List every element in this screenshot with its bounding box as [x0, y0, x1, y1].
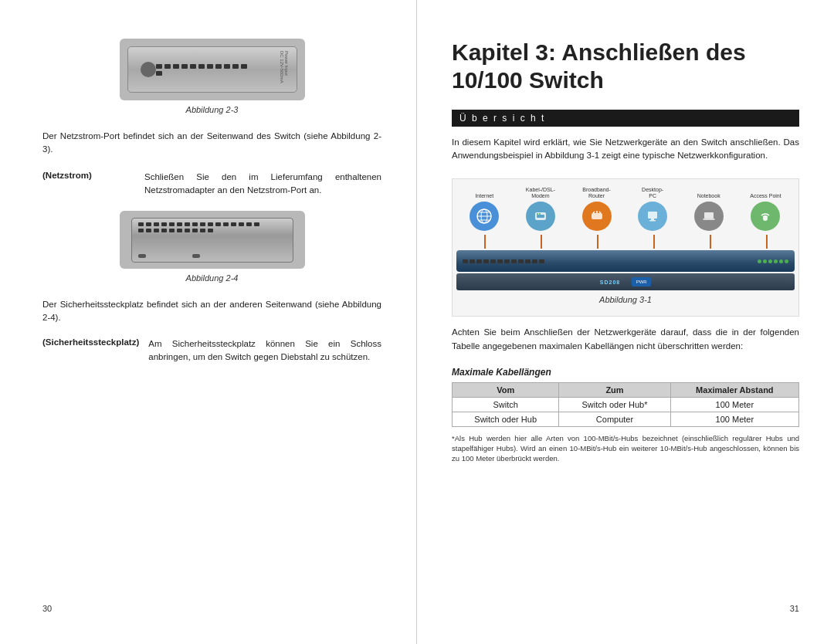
def-desc-netzstrom: Schließen Sie den im Lieferumfang enthal…: [144, 171, 381, 198]
svg-rect-15: [649, 220, 656, 222]
svg-point-8: [539, 213, 541, 215]
col-header-abstand: Maximaler Abstand: [670, 382, 798, 397]
modem-icon: [526, 202, 555, 231]
page-number-right: 31: [452, 604, 799, 613]
svg-rect-13: [648, 212, 657, 219]
svg-rect-9: [592, 213, 602, 219]
diagram-devices-row: Internet Kabel-/DSL-Modem Broadband-Rout…: [456, 187, 795, 232]
row2-vom: Switch oder Hub: [453, 412, 559, 426]
connector-lines: [456, 235, 795, 249]
switch-diagram-top: [456, 250, 795, 272]
device-pc: Desktop-PC: [638, 187, 667, 232]
table-row-2: Switch oder Hub Computer 100 Meter: [453, 412, 799, 426]
connector-3: [597, 235, 598, 249]
def-row-sicherheit: (Sicherheitssteckplatz) Am Sicherheitsst…: [42, 337, 381, 364]
device-router: Broadband-Router: [582, 187, 612, 232]
port-2: [164, 64, 171, 69]
ap-icon: [751, 202, 780, 231]
diagram-caption: Abbildung 3-1: [456, 295, 795, 304]
device-notebook: Notebook: [694, 193, 724, 231]
row2-abstand: 100 Meter: [670, 412, 798, 426]
device-notebook-label: Notebook: [697, 193, 720, 199]
table-header-row: Vom Zum Maximaler Abstand: [453, 382, 799, 397]
port-9: [224, 64, 230, 69]
row1-zum: Switch oder Hub*: [559, 397, 670, 412]
switch-side-label: Power InputDC 12V-500mA: [280, 51, 289, 83]
def-desc-sicherheit: Am Sicherheitssteckplatz können Sie ein …: [148, 337, 381, 364]
def-term-sicherheit: (Sicherheitssteckplatz): [42, 337, 139, 364]
port-5: [190, 64, 196, 69]
switch-device-bottom: [131, 218, 293, 263]
router-icon: [582, 202, 612, 231]
device-modem-label: Kabel-/DSL-Modem: [526, 187, 555, 200]
right-page: Kapitel 3: Anschließen des 10/100 Switch…: [417, 0, 834, 644]
row1-vom: Switch: [453, 397, 559, 412]
switch-ports-top: [156, 64, 249, 76]
ports-row-1: [138, 222, 286, 226]
row2-zum: Computer: [559, 412, 670, 426]
port-1: [156, 64, 162, 69]
figure-2-3-image: Power InputDC 12V-500mA: [120, 39, 305, 100]
device-modem: Kabel-/DSL-Modem: [526, 187, 555, 232]
connector-5: [710, 235, 711, 249]
col-header-vom: Vom: [453, 382, 559, 397]
svg-rect-16: [704, 212, 714, 219]
svg-rect-6: [537, 215, 544, 218]
ports-row-2: [138, 229, 286, 232]
port-7: [207, 64, 213, 69]
def-term-netzstrom: (Netzstrom): [42, 171, 135, 198]
connector-2: [541, 235, 542, 249]
caption-2-3: Abbildung 2-3: [186, 105, 239, 114]
cable-table: Vom Zum Maximaler Abstand Switch Switch …: [452, 382, 799, 427]
port-12: [156, 71, 162, 76]
connector-4: [653, 235, 655, 249]
row1-abstand: 100 Meter: [670, 397, 798, 412]
device-internet: Internet: [470, 193, 499, 231]
network-diagram: Internet Kabel-/DSL-Modem Broadband-Rout…: [452, 178, 799, 317]
svg-rect-14: [651, 219, 654, 220]
device-pc-label: Desktop-PC: [642, 187, 663, 200]
port-11: [241, 64, 247, 69]
cable-text: Achten Sie beim Anschließen der Netzwerk…: [452, 326, 799, 353]
device-feet: [138, 254, 286, 258]
port-3: [173, 64, 179, 69]
svg-line-10: [593, 212, 595, 213]
def-row-netzstrom: (Netzstrom) Schließen Sie den im Lieferu…: [42, 171, 381, 198]
connector-6: [766, 235, 768, 249]
device-internet-label: Internet: [475, 193, 493, 199]
left-page: Power InputDC 12V-500mA Abbildung 2-3 De…: [0, 0, 417, 644]
figure-2-4-image: [120, 211, 305, 269]
def2-intro: Der Sicherheitssteckplatz befindet sich …: [42, 298, 381, 325]
port-4: [181, 64, 188, 69]
connector-1: [484, 235, 486, 249]
switch-body-diagram: SD208 PWR: [456, 273, 795, 290]
page-number-left: 30: [42, 604, 381, 613]
port-8: [215, 64, 222, 69]
port-10: [232, 64, 239, 69]
svg-line-12: [599, 212, 601, 213]
switch-connector: [141, 62, 156, 77]
device-ap: Access Point: [750, 193, 781, 231]
switch-device-top: Power InputDC 12V-500mA: [127, 46, 297, 93]
notebook-icon: [694, 202, 724, 231]
port-6: [198, 64, 205, 69]
chapter-title: Kapitel 3: Anschließen des 10/100 Switch: [452, 39, 799, 94]
overview-header: Ü b e r s i c h t: [452, 110, 799, 127]
internet-icon: [470, 202, 499, 231]
intro-paragraph: In diesem Kapitel wird erklärt, wie Sie …: [452, 136, 799, 163]
svg-point-7: [537, 213, 538, 215]
pc-icon: [638, 202, 667, 231]
intro-text: Der Netzstrom-Port befindet sich an der …: [42, 130, 381, 157]
col-header-zum: Zum: [559, 382, 670, 397]
device-ap-label: Access Point: [750, 193, 781, 199]
switch-name-label: SD208: [600, 280, 620, 285]
table-title: Maximale Kabellängen: [452, 367, 799, 378]
caption-2-4: Abbildung 2-4: [186, 273, 239, 283]
table-row-1: Switch Switch oder Hub* 100 Meter: [453, 397, 799, 412]
device-router-label: Broadband-Router: [582, 187, 611, 200]
footnote: *Als Hub werden hier alle Arten von 100-…: [452, 433, 799, 464]
